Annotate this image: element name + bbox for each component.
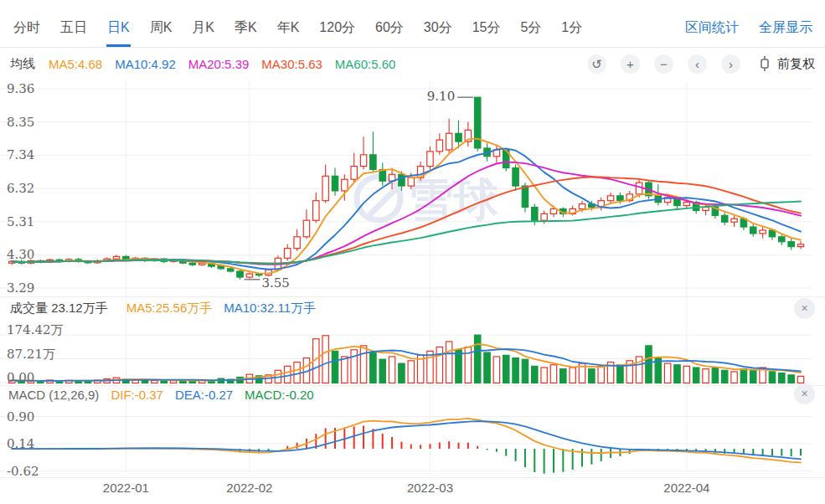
close-icon: × [801, 301, 807, 315]
gridlines-layer [0, 82, 812, 474]
volume-title: 成交量 23.12万手 [10, 301, 108, 316]
macd-value-label: MACD:-0.20 [245, 388, 314, 402]
axis-tick-label: 2022-01 [103, 481, 149, 495]
axis-tick-label: 2022-02 [226, 481, 272, 495]
axis-tick-label: 9.36 [7, 81, 34, 96]
axis-tick-label: 87.21万 [7, 347, 55, 362]
xueqiu-watermark: 雪球 [357, 174, 499, 224]
axis-tick-label: 174.42万 [7, 322, 64, 337]
watermark-text: 雪球 [408, 174, 499, 224]
axis-tick-label: 0.00 [7, 370, 34, 385]
axis-tick-label: 7.34 [7, 147, 34, 162]
axis-tick-label: 0.14 [7, 436, 34, 451]
panel-separator [0, 477, 825, 478]
volume-header: 成交量 23.12万手 MA5:25.56万手 MA10:32.11万手 [10, 301, 316, 316]
axis-tick-label: 0.90 [7, 409, 34, 424]
close-icon: × [801, 387, 807, 400]
macd-layer [12, 419, 801, 474]
close-volume-panel-button[interactable]: × [794, 298, 815, 319]
stock-chart-app: 分时五日日K周K月K季K年K120分60分30分15分5分1分 区间统计全屏显示… [0, 0, 825, 504]
panel-separator [0, 385, 825, 386]
panel-separator [0, 296, 825, 297]
macd-header: MACD (12,26,9) DIF:-0.37 DEA:-0.27 MACD:… [8, 388, 314, 402]
candlestick-chart-canvas[interactable]: 雪球9.368.357.346.325.314.303.29174.42万87.… [0, 0, 825, 504]
axis-tick-label: -0.62 [7, 464, 39, 479]
axis-tick-label: 5.31 [7, 214, 34, 229]
macd-dif-label: DIF:-0.37 [111, 388, 163, 402]
macd-dea-label: DEA:-0.27 [175, 388, 233, 402]
axis-tick-label: 8.35 [7, 115, 34, 130]
macd-title: MACD (12,26,9) [8, 388, 99, 402]
close-macd-panel-button[interactable]: × [794, 383, 815, 404]
volume-ma5-label: MA5:25.56万手 [126, 301, 213, 316]
low-annotation-label: 3.55 [262, 275, 290, 291]
volume-ma10-label: MA10:32.11万手 [224, 301, 316, 316]
axis-tick-label: 2022-04 [663, 481, 709, 495]
axis-tick-label: 3.29 [7, 280, 34, 296]
high-annotation-label: 9.10 [427, 89, 455, 104]
axis-tick-label: 4.30 [7, 247, 34, 262]
axis-tick-label: 2022-03 [407, 481, 453, 495]
axis-tick-label: 6.32 [7, 181, 34, 196]
